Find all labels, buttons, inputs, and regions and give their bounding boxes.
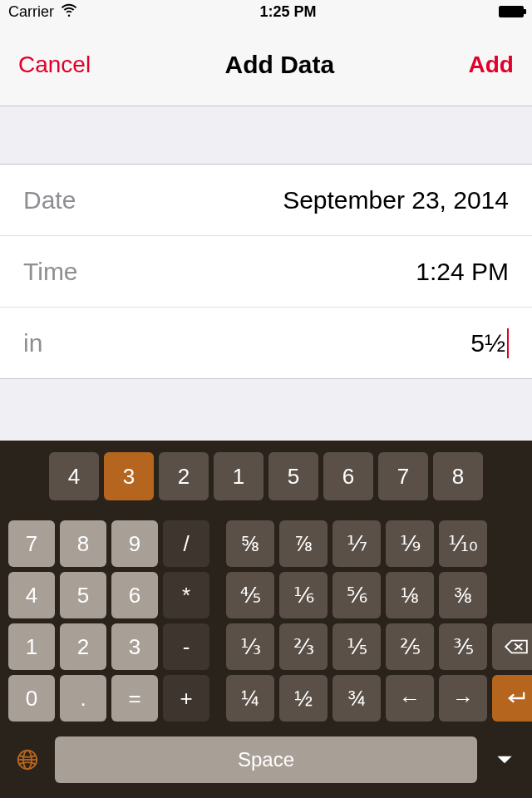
top-key-1[interactable]: 1 — [214, 452, 264, 500]
key-⅜[interactable]: ⅜ — [439, 572, 487, 618]
date-value: September 23, 2014 — [283, 186, 509, 214]
time-value: 1:24 PM — [416, 258, 509, 286]
keyboard-bottom-row: Space — [8, 736, 524, 783]
key-⅗[interactable]: ⅗ — [439, 623, 487, 670]
key-⅚[interactable]: ⅚ — [332, 572, 381, 618]
unit-label: in — [23, 329, 42, 357]
top-key-3[interactable]: 3 — [104, 452, 154, 500]
key-6[interactable]: 6 — [111, 572, 158, 618]
key-.[interactable]: . — [60, 675, 106, 722]
text-cursor — [507, 328, 509, 358]
arrow-right-key[interactable]: → — [439, 675, 487, 722]
key-⅕[interactable]: ⅕ — [332, 623, 381, 670]
fraction-pad: ⅝⅞⅐⅑⅒⅘⅙⅚⅛⅜⅓⅔⅕⅖⅗¼½¾←→ — [226, 520, 532, 722]
top-key-6[interactable]: 6 — [323, 452, 373, 500]
wifi-icon — [61, 2, 77, 22]
fraction-row: ⅘⅙⅚⅛⅜ — [226, 572, 532, 618]
keyboard-main: 789/456*123-0.=+ ⅝⅞⅐⅑⅒⅘⅙⅚⅛⅜⅓⅔⅕⅖⅗¼½¾←→ — [8, 520, 524, 722]
status-left: Carrier — [8, 2, 77, 22]
fraction-row: ¼½¾←→ — [226, 675, 532, 722]
key-+[interactable]: + — [163, 675, 209, 722]
key-/[interactable]: / — [163, 520, 209, 567]
status-bar: Carrier 1:25 PM — [0, 0, 532, 23]
space-key[interactable]: Space — [55, 736, 477, 783]
numpad: 789/456*123-0.=+ — [8, 520, 209, 722]
top-key-4[interactable]: 4 — [49, 452, 99, 500]
date-label: Date — [23, 186, 76, 214]
key-⅑[interactable]: ⅑ — [386, 520, 434, 567]
keyboard-top-row: 43215678 — [8, 452, 524, 500]
dismiss-keyboard-icon[interactable] — [485, 741, 524, 779]
fraction-row: ⅝⅞⅐⅑⅒ — [226, 520, 532, 567]
key-1[interactable]: 1 — [8, 623, 55, 670]
add-button[interactable]: Add — [469, 52, 514, 78]
key-⅖[interactable]: ⅖ — [386, 623, 434, 670]
key-2[interactable]: 2 — [60, 623, 106, 670]
key-¾[interactable]: ¾ — [332, 675, 381, 722]
carrier-label: Carrier — [8, 3, 54, 21]
data-form: Date September 23, 2014 Time 1:24 PM in … — [0, 165, 532, 379]
key-0[interactable]: 0 — [8, 675, 55, 722]
page-title: Add Data — [225, 51, 335, 79]
top-key-5[interactable]: 5 — [268, 452, 318, 500]
key-⅓[interactable]: ⅓ — [226, 623, 274, 670]
key-⅙[interactable]: ⅙ — [279, 572, 328, 618]
keyboard: 43215678 789/456*123-0.=+ ⅝⅞⅐⅑⅒⅘⅙⅚⅛⅜⅓⅔⅕⅖… — [0, 441, 532, 798]
key-⅐[interactable]: ⅐ — [332, 520, 381, 567]
key-8[interactable]: 8 — [60, 520, 106, 567]
key-⅛[interactable]: ⅛ — [386, 572, 434, 618]
cancel-button[interactable]: Cancel — [18, 52, 91, 78]
section-spacer — [0, 106, 532, 165]
numpad-row: 789/ — [8, 520, 209, 567]
value-field: 5½ — [470, 328, 509, 358]
key-7[interactable]: 7 — [8, 520, 55, 567]
key-¼[interactable]: ¼ — [226, 675, 274, 722]
top-key-2[interactable]: 2 — [159, 452, 209, 500]
status-right — [499, 6, 524, 17]
content-spacer — [0, 379, 532, 441]
key-⅒[interactable]: ⅒ — [439, 520, 487, 567]
key-⅞[interactable]: ⅞ — [279, 520, 328, 567]
key-⅝[interactable]: ⅝ — [226, 520, 274, 567]
numpad-row: 123- — [8, 623, 209, 670]
key-=[interactable]: = — [111, 675, 158, 722]
time-row[interactable]: Time 1:24 PM — [0, 236, 532, 308]
key-5[interactable]: 5 — [60, 572, 106, 618]
backspace-key[interactable] — [492, 623, 532, 670]
globe-icon[interactable] — [8, 741, 47, 779]
status-time: 1:25 PM — [259, 3, 316, 21]
arrow-left-key[interactable]: ← — [386, 675, 434, 722]
fraction-row: ⅓⅔⅕⅖⅗ — [226, 623, 532, 670]
key--[interactable]: - — [163, 623, 209, 670]
value-row[interactable]: in 5½ — [0, 308, 532, 379]
numpad-row: 456* — [8, 572, 209, 618]
nav-bar: Cancel Add Data Add — [0, 23, 532, 106]
key-⅘[interactable]: ⅘ — [226, 572, 274, 618]
key-⅔[interactable]: ⅔ — [279, 623, 328, 670]
value-text: 5½ — [470, 329, 505, 357]
time-label: Time — [23, 258, 78, 286]
key-3[interactable]: 3 — [111, 623, 158, 670]
key-½[interactable]: ½ — [279, 675, 328, 722]
key-*[interactable]: * — [163, 572, 209, 618]
battery-icon — [499, 6, 524, 17]
key-9[interactable]: 9 — [111, 520, 158, 567]
date-row[interactable]: Date September 23, 2014 — [0, 165, 532, 236]
key-4[interactable]: 4 — [8, 572, 55, 618]
return-key[interactable] — [492, 675, 532, 722]
top-key-7[interactable]: 7 — [378, 452, 428, 500]
top-key-8[interactable]: 8 — [433, 452, 483, 500]
numpad-row: 0.=+ — [8, 675, 209, 722]
